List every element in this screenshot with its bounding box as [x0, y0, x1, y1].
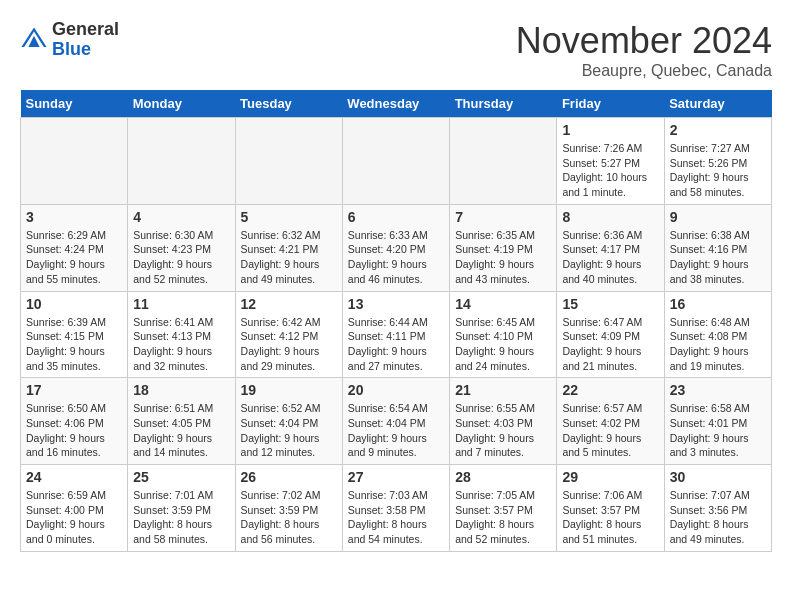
day-cell: 22Sunrise: 6:57 AMSunset: 4:02 PMDayligh…	[557, 378, 664, 465]
day-cell: 16Sunrise: 6:48 AMSunset: 4:08 PMDayligh…	[664, 291, 771, 378]
weekday-header-saturday: Saturday	[664, 90, 771, 118]
day-cell: 29Sunrise: 7:06 AMSunset: 3:57 PMDayligh…	[557, 465, 664, 552]
day-info: Sunrise: 6:38 AMSunset: 4:16 PMDaylight:…	[670, 228, 766, 287]
day-cell	[128, 118, 235, 205]
day-number: 22	[562, 382, 658, 398]
day-info: Sunrise: 6:39 AMSunset: 4:15 PMDaylight:…	[26, 315, 122, 374]
day-number: 23	[670, 382, 766, 398]
day-cell: 21Sunrise: 6:55 AMSunset: 4:03 PMDayligh…	[450, 378, 557, 465]
day-cell	[235, 118, 342, 205]
day-info: Sunrise: 6:36 AMSunset: 4:17 PMDaylight:…	[562, 228, 658, 287]
day-number: 8	[562, 209, 658, 225]
day-info: Sunrise: 6:58 AMSunset: 4:01 PMDaylight:…	[670, 401, 766, 460]
day-number: 5	[241, 209, 337, 225]
day-number: 27	[348, 469, 444, 485]
day-number: 12	[241, 296, 337, 312]
day-info: Sunrise: 6:55 AMSunset: 4:03 PMDaylight:…	[455, 401, 551, 460]
day-cell: 15Sunrise: 6:47 AMSunset: 4:09 PMDayligh…	[557, 291, 664, 378]
weekday-header-monday: Monday	[128, 90, 235, 118]
day-info: Sunrise: 6:29 AMSunset: 4:24 PMDaylight:…	[26, 228, 122, 287]
day-info: Sunrise: 6:45 AMSunset: 4:10 PMDaylight:…	[455, 315, 551, 374]
day-info: Sunrise: 7:26 AMSunset: 5:27 PMDaylight:…	[562, 141, 658, 200]
day-cell: 14Sunrise: 6:45 AMSunset: 4:10 PMDayligh…	[450, 291, 557, 378]
day-number: 13	[348, 296, 444, 312]
day-cell: 9Sunrise: 6:38 AMSunset: 4:16 PMDaylight…	[664, 204, 771, 291]
day-number: 18	[133, 382, 229, 398]
weekday-header-sunday: Sunday	[21, 90, 128, 118]
day-cell: 1Sunrise: 7:26 AMSunset: 5:27 PMDaylight…	[557, 118, 664, 205]
day-cell: 6Sunrise: 6:33 AMSunset: 4:20 PMDaylight…	[342, 204, 449, 291]
day-cell: 20Sunrise: 6:54 AMSunset: 4:04 PMDayligh…	[342, 378, 449, 465]
day-info: Sunrise: 7:27 AMSunset: 5:26 PMDaylight:…	[670, 141, 766, 200]
day-cell: 17Sunrise: 6:50 AMSunset: 4:06 PMDayligh…	[21, 378, 128, 465]
day-number: 14	[455, 296, 551, 312]
day-info: Sunrise: 6:41 AMSunset: 4:13 PMDaylight:…	[133, 315, 229, 374]
day-cell: 8Sunrise: 6:36 AMSunset: 4:17 PMDaylight…	[557, 204, 664, 291]
day-cell: 26Sunrise: 7:02 AMSunset: 3:59 PMDayligh…	[235, 465, 342, 552]
header: General Blue November 2024 Beaupre, Queb…	[20, 20, 772, 80]
day-info: Sunrise: 6:54 AMSunset: 4:04 PMDaylight:…	[348, 401, 444, 460]
week-row-4: 17Sunrise: 6:50 AMSunset: 4:06 PMDayligh…	[21, 378, 772, 465]
day-cell: 30Sunrise: 7:07 AMSunset: 3:56 PMDayligh…	[664, 465, 771, 552]
location-title: Beaupre, Quebec, Canada	[516, 62, 772, 80]
weekday-header-friday: Friday	[557, 90, 664, 118]
week-row-1: 1Sunrise: 7:26 AMSunset: 5:27 PMDaylight…	[21, 118, 772, 205]
day-number: 16	[670, 296, 766, 312]
day-cell: 10Sunrise: 6:39 AMSunset: 4:15 PMDayligh…	[21, 291, 128, 378]
day-number: 4	[133, 209, 229, 225]
day-info: Sunrise: 6:52 AMSunset: 4:04 PMDaylight:…	[241, 401, 337, 460]
weekday-header-row: SundayMondayTuesdayWednesdayThursdayFrid…	[21, 90, 772, 118]
day-info: Sunrise: 6:51 AMSunset: 4:05 PMDaylight:…	[133, 401, 229, 460]
day-number: 3	[26, 209, 122, 225]
day-cell: 24Sunrise: 6:59 AMSunset: 4:00 PMDayligh…	[21, 465, 128, 552]
day-info: Sunrise: 6:32 AMSunset: 4:21 PMDaylight:…	[241, 228, 337, 287]
day-number: 28	[455, 469, 551, 485]
day-number: 17	[26, 382, 122, 398]
logo: General Blue	[20, 20, 119, 60]
day-info: Sunrise: 6:33 AMSunset: 4:20 PMDaylight:…	[348, 228, 444, 287]
day-number: 1	[562, 122, 658, 138]
weekday-header-thursday: Thursday	[450, 90, 557, 118]
day-number: 29	[562, 469, 658, 485]
day-number: 6	[348, 209, 444, 225]
day-number: 26	[241, 469, 337, 485]
day-number: 15	[562, 296, 658, 312]
day-info: Sunrise: 7:05 AMSunset: 3:57 PMDaylight:…	[455, 488, 551, 547]
day-info: Sunrise: 6:44 AMSunset: 4:11 PMDaylight:…	[348, 315, 444, 374]
day-info: Sunrise: 6:35 AMSunset: 4:19 PMDaylight:…	[455, 228, 551, 287]
day-number: 20	[348, 382, 444, 398]
day-cell	[450, 118, 557, 205]
day-info: Sunrise: 6:47 AMSunset: 4:09 PMDaylight:…	[562, 315, 658, 374]
logo-general-text: General	[52, 20, 119, 40]
day-number: 30	[670, 469, 766, 485]
day-info: Sunrise: 7:01 AMSunset: 3:59 PMDaylight:…	[133, 488, 229, 547]
weekday-header-wednesday: Wednesday	[342, 90, 449, 118]
title-section: November 2024 Beaupre, Quebec, Canada	[516, 20, 772, 80]
day-info: Sunrise: 7:02 AMSunset: 3:59 PMDaylight:…	[241, 488, 337, 547]
day-info: Sunrise: 6:48 AMSunset: 4:08 PMDaylight:…	[670, 315, 766, 374]
day-cell: 23Sunrise: 6:58 AMSunset: 4:01 PMDayligh…	[664, 378, 771, 465]
day-number: 19	[241, 382, 337, 398]
day-number: 11	[133, 296, 229, 312]
day-number: 2	[670, 122, 766, 138]
day-cell: 25Sunrise: 7:01 AMSunset: 3:59 PMDayligh…	[128, 465, 235, 552]
week-row-3: 10Sunrise: 6:39 AMSunset: 4:15 PMDayligh…	[21, 291, 772, 378]
day-cell: 4Sunrise: 6:30 AMSunset: 4:23 PMDaylight…	[128, 204, 235, 291]
calendar-table: SundayMondayTuesdayWednesdayThursdayFrid…	[20, 90, 772, 552]
week-row-5: 24Sunrise: 6:59 AMSunset: 4:00 PMDayligh…	[21, 465, 772, 552]
day-info: Sunrise: 6:50 AMSunset: 4:06 PMDaylight:…	[26, 401, 122, 460]
day-info: Sunrise: 6:57 AMSunset: 4:02 PMDaylight:…	[562, 401, 658, 460]
day-number: 21	[455, 382, 551, 398]
day-number: 24	[26, 469, 122, 485]
day-cell	[342, 118, 449, 205]
day-cell: 7Sunrise: 6:35 AMSunset: 4:19 PMDaylight…	[450, 204, 557, 291]
day-cell: 5Sunrise: 6:32 AMSunset: 4:21 PMDaylight…	[235, 204, 342, 291]
day-number: 25	[133, 469, 229, 485]
weekday-header-tuesday: Tuesday	[235, 90, 342, 118]
day-cell: 11Sunrise: 6:41 AMSunset: 4:13 PMDayligh…	[128, 291, 235, 378]
logo-blue-text: Blue	[52, 40, 119, 60]
day-cell	[21, 118, 128, 205]
day-cell: 2Sunrise: 7:27 AMSunset: 5:26 PMDaylight…	[664, 118, 771, 205]
month-title: November 2024	[516, 20, 772, 62]
day-cell: 12Sunrise: 6:42 AMSunset: 4:12 PMDayligh…	[235, 291, 342, 378]
